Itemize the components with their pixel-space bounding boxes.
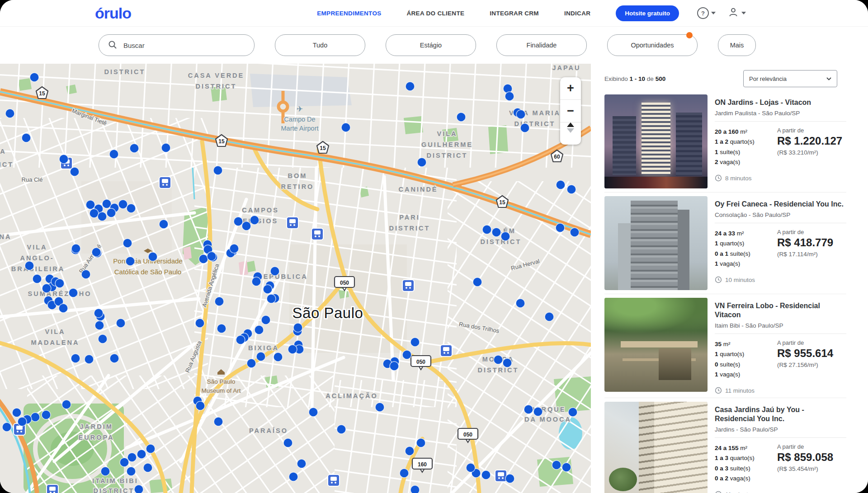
map-marker[interactable] xyxy=(545,312,554,321)
map-marker[interactable] xyxy=(110,354,119,363)
map-marker[interactable] xyxy=(255,325,264,334)
map-marker[interactable] xyxy=(263,285,272,294)
hotsite-gratuito-button[interactable]: Hotsite gratuito xyxy=(616,5,679,21)
map-marker[interactable] xyxy=(283,438,292,447)
map-marker[interactable] xyxy=(12,408,21,417)
map-marker[interactable] xyxy=(90,209,99,218)
map-marker[interactable] xyxy=(81,270,90,279)
filter-estagio[interactable]: Estágio xyxy=(386,34,476,56)
listing-card[interactable]: Casa Jardins Jaú by You - Residencial Yo… xyxy=(604,398,846,493)
map-marker[interactable] xyxy=(267,294,276,303)
map-marker[interactable] xyxy=(127,467,136,476)
map-marker[interactable] xyxy=(242,221,251,230)
map-marker[interactable] xyxy=(18,417,27,426)
zoom-out-button[interactable]: − xyxy=(560,100,581,122)
map-marker[interactable] xyxy=(473,277,482,286)
map-marker[interactable] xyxy=(410,485,420,493)
map-marker[interactable] xyxy=(22,133,31,142)
map-marker[interactable] xyxy=(567,185,576,194)
tilt-control[interactable] xyxy=(560,122,581,145)
map-marker[interactable] xyxy=(405,446,414,455)
nav-indicar[interactable]: INDICAR xyxy=(564,10,590,17)
map-marker[interactable] xyxy=(148,252,157,261)
map-marker[interactable] xyxy=(130,144,139,153)
map-marker[interactable] xyxy=(85,355,94,364)
listing-card[interactable]: VN Ferreira Lobo - Residencial Vitacon I… xyxy=(604,294,846,398)
map-marker[interactable] xyxy=(524,405,533,414)
map-marker[interactable] xyxy=(214,417,223,426)
map-marker[interactable] xyxy=(126,257,135,266)
map-marker[interactable] xyxy=(215,297,224,306)
map-marker[interactable] xyxy=(562,463,571,472)
listing-card[interactable]: ON Jardins - Lojas - Vitacon Jardim Paul… xyxy=(604,91,846,192)
listing-photo[interactable] xyxy=(604,94,708,188)
map-marker[interactable] xyxy=(109,150,118,159)
nav-empreendimentos[interactable]: EMPREENDIMENTOS xyxy=(317,10,381,17)
map-marker[interactable] xyxy=(159,220,168,229)
map-marker[interactable] xyxy=(375,403,384,412)
map-marker[interactable] xyxy=(337,425,346,434)
map-marker[interactable] xyxy=(59,304,68,313)
listing-photo[interactable] xyxy=(604,196,708,290)
map-marker[interactable] xyxy=(116,319,125,328)
map-marker[interactable] xyxy=(127,204,136,213)
filter-oportunidades[interactable]: Oportunidades xyxy=(607,34,698,56)
map-canvas[interactable]: ✈DISTRICTCASA VERDEDISTRICTJAPAUVILA MAR… xyxy=(0,64,591,493)
map-marker[interactable] xyxy=(570,228,579,237)
map-marker[interactable] xyxy=(466,463,475,472)
map-marker[interactable] xyxy=(195,319,204,328)
map-marker[interactable] xyxy=(410,338,420,347)
map-marker[interactable] xyxy=(230,244,239,253)
map-marker[interactable] xyxy=(42,410,51,419)
map-marker[interactable] xyxy=(71,354,80,363)
search-input[interactable] xyxy=(123,41,224,50)
map-marker[interactable] xyxy=(92,248,101,257)
map-marker[interactable] xyxy=(33,274,42,283)
map-marker[interactable] xyxy=(288,345,297,354)
map-marker[interactable] xyxy=(261,315,270,324)
map-marker[interactable] xyxy=(118,200,127,209)
nav-integrar-crm[interactable]: INTEGRAR CRM xyxy=(490,10,539,17)
map-marker[interactable] xyxy=(556,223,565,232)
map-marker[interactable] xyxy=(390,362,399,371)
map-marker[interactable] xyxy=(252,277,261,286)
map-marker[interactable] xyxy=(482,225,491,234)
map-marker[interactable] xyxy=(25,261,34,270)
listing-photo[interactable] xyxy=(604,298,708,392)
orulo-logo[interactable]: órulo xyxy=(95,5,131,21)
map-marker[interactable] xyxy=(505,474,514,483)
map-marker[interactable] xyxy=(207,252,216,261)
map-marker[interactable] xyxy=(402,350,411,359)
map-marker[interactable] xyxy=(234,217,243,226)
map-marker[interactable] xyxy=(217,324,226,333)
map-marker[interactable] xyxy=(400,469,409,478)
map-marker[interactable] xyxy=(516,110,525,119)
map-marker[interactable] xyxy=(213,166,222,175)
map-marker[interactable] xyxy=(568,408,577,417)
map-marker[interactable] xyxy=(274,352,283,362)
map-marker[interactable] xyxy=(120,458,129,467)
filter-finalidade[interactable]: Finalidade xyxy=(496,34,587,56)
filter-tudo[interactable]: Tudo xyxy=(275,34,365,56)
map-marker[interactable] xyxy=(457,113,466,122)
map-marker[interactable] xyxy=(256,352,265,361)
map-marker[interactable] xyxy=(98,334,107,343)
map-marker[interactable] xyxy=(533,407,542,416)
help-menu[interactable]: ? xyxy=(697,7,716,19)
map-marker[interactable] xyxy=(341,123,350,132)
sort-dropdown[interactable]: Por relevância xyxy=(743,70,837,87)
map-marker[interactable] xyxy=(516,299,525,308)
map-marker[interactable] xyxy=(5,109,14,118)
map-marker[interactable] xyxy=(289,472,298,481)
map-marker[interactable] xyxy=(270,267,279,276)
map-marker[interactable] xyxy=(406,82,415,91)
map-marker[interactable] xyxy=(492,228,501,237)
map-marker[interactable] xyxy=(552,460,561,470)
zoom-in-button[interactable]: + xyxy=(560,77,581,100)
map-marker[interactable] xyxy=(161,143,170,152)
map-marker[interactable] xyxy=(556,180,565,189)
map-marker[interactable] xyxy=(42,284,51,293)
map-marker[interactable] xyxy=(293,323,302,332)
map-marker[interactable] xyxy=(417,158,426,167)
map-marker[interactable] xyxy=(520,123,529,132)
